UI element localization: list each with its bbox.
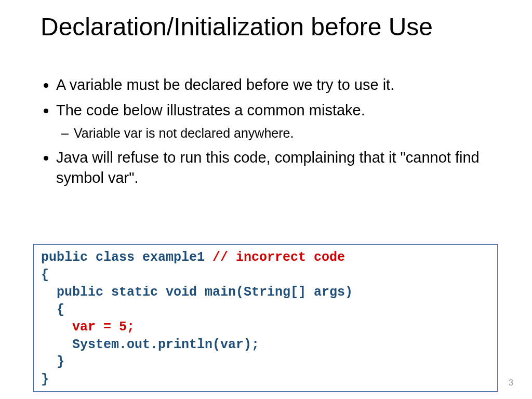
slide: Declaration/Initialization before Use A … — [0, 0, 532, 399]
page-number: 3 — [509, 378, 513, 388]
slide-title: Declaration/Initialization before Use — [41, 12, 501, 41]
code-line: { — [41, 268, 49, 283]
code-line: } — [41, 372, 49, 387]
code-line: System.out.println(var); — [41, 337, 259, 352]
code-error-line: var = 5; — [41, 320, 135, 335]
code-comment: // incorrect code — [212, 250, 345, 265]
slide-body: A variable must be declared before we tr… — [41, 75, 501, 193]
code-line: public static void main(String[] args) — [41, 285, 353, 300]
sub-bullet-list: Variable var is not declared anywhere. — [56, 125, 501, 142]
bullet-item: A variable must be declared before we tr… — [56, 75, 501, 95]
code-line: } — [41, 354, 64, 369]
code-line: public class example1 — [41, 250, 212, 265]
bullet-text: The code below illustrates a common mist… — [56, 102, 365, 118]
sub-bullet-item: Variable var is not declared anywhere. — [74, 125, 501, 142]
bullet-item: The code below illustrates a common mist… — [56, 100, 501, 142]
bullet-item: Java will refuse to run this code, compl… — [56, 148, 501, 188]
code-block: public class example1 // incorrect code … — [33, 244, 498, 392]
bullet-list: A variable must be declared before we tr… — [41, 75, 501, 188]
code-line: { — [41, 302, 64, 317]
